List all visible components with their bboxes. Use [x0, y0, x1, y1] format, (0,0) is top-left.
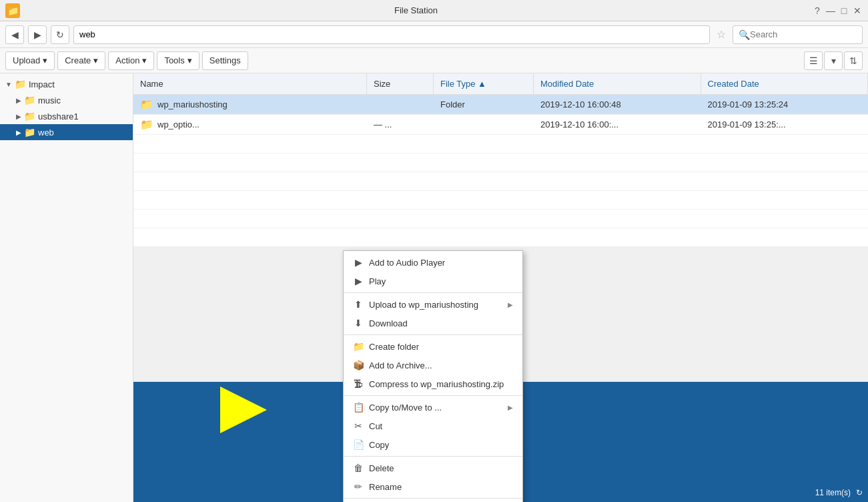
refresh-icon[interactable]: ↻ [856, 488, 863, 497]
sidebar-item-music[interactable]: ▶ 📁 music [0, 92, 133, 108]
table-row[interactable]: 📁 wp_mariushosting Folder 2019-12-10 16:… [133, 95, 868, 115]
tools-button[interactable]: Tools ▾ [157, 51, 199, 70]
ctx-rename[interactable]: ✏ Rename [344, 477, 522, 496]
audio-icon: ▶ [353, 257, 364, 268]
refresh-button[interactable]: ↻ [51, 25, 69, 44]
window-title: File Station [20, 5, 812, 15]
action-button[interactable]: Action ▾ [108, 51, 154, 70]
ctx-copy-move[interactable]: 📋 Copy to/Move to ... ▶ [344, 398, 522, 417]
ctx-label: Add to Audio Player [369, 258, 445, 268]
compress-icon: 🗜 [353, 379, 364, 389]
arrow-icon: ▶ [16, 129, 21, 136]
column-modified[interactable]: Modified Date [534, 73, 701, 94]
ctx-label: Copy to/Move to ... [369, 403, 442, 413]
sort-button[interactable]: ⇅ [844, 51, 863, 70]
folder-icon: 📁 [24, 95, 35, 105]
sidebar-item-usbshare1[interactable]: ▶ 📁 usbshare1 [0, 108, 133, 124]
upload-button[interactable]: Upload ▾ [5, 51, 55, 70]
create-button[interactable]: Create ▾ [57, 51, 105, 70]
file-type [434, 121, 534, 128]
file-name: 📁 wp_mariushosting [133, 95, 367, 114]
ctx-create-folder[interactable]: 📁 Create folder [344, 337, 522, 356]
ctx-add-to-audio-player[interactable]: ▶ Add to Audio Player [344, 253, 522, 272]
item-count: 11 item(s) [815, 488, 851, 497]
file-name: 📁 wp_optio... [133, 115, 367, 134]
separator [344, 292, 522, 293]
dropdown-arrow: ▾ [142, 55, 147, 65]
file-header: Name Size File Type ▲ Modified Date Crea… [133, 73, 868, 95]
ctx-upload[interactable]: ⬆ Upload to wp_mariushosting ▶ [344, 295, 522, 314]
column-size[interactable]: Size [367, 73, 434, 94]
file-modified: 2019-12-10 16:00:... [534, 116, 701, 133]
ctx-label: Rename [369, 482, 402, 492]
search-box: 🔍 [733, 25, 863, 44]
arrow-icon: ▶ [16, 113, 21, 120]
address-bar[interactable] [73, 25, 710, 44]
table-row[interactable] [133, 154, 868, 172]
table-row[interactable] [133, 228, 868, 247]
folder-icon: 📁 [24, 127, 35, 138]
view-options-button[interactable]: ▾ [824, 51, 843, 70]
folder-icon: 📁 [140, 118, 153, 131]
help-button[interactable]: ? [812, 5, 823, 16]
folder-icon: 📁 [353, 341, 364, 352]
settings-button[interactable]: Settings [202, 51, 248, 70]
close-button[interactable]: ✕ [852, 5, 863, 16]
table-row[interactable] [133, 191, 868, 210]
bookmark-icon[interactable]: ☆ [717, 28, 726, 41]
submenu-arrow: ▶ [508, 404, 513, 411]
column-created[interactable]: Created Date [701, 73, 869, 94]
submenu-arrow: ▶ [508, 301, 513, 308]
column-type[interactable]: File Type ▲ [434, 73, 534, 94]
window-controls: ? — □ ✕ [812, 5, 863, 16]
column-name[interactable]: Name [133, 73, 367, 94]
table-row[interactable]: 📁 wp_optio... — ... 2019-12-10 16:00:...… [133, 115, 868, 135]
file-size: — ... [367, 116, 434, 133]
list-view-button[interactable]: ☰ [804, 51, 823, 70]
ctx-delete[interactable]: 🗑 Delete [344, 459, 522, 477]
dropdown-arrow: ▾ [187, 55, 192, 65]
separator [344, 395, 522, 396]
rename-icon: ✏ [353, 481, 364, 492]
file-modified: 2019-12-10 16:00:48 [534, 96, 701, 113]
dropdown-arrow: ▾ [93, 55, 98, 65]
table-row[interactable] [133, 135, 868, 154]
titlebar: 📁 File Station ? — □ ✕ [0, 0, 868, 21]
table-row[interactable] [133, 172, 868, 191]
minimize-button[interactable]: — [825, 5, 836, 16]
file-name [133, 216, 367, 222]
upload-label: Upload [13, 55, 40, 65]
app-logo: 📁 [5, 3, 20, 18]
ctx-label: Cut [369, 421, 382, 431]
ctx-copy[interactable]: 📄 Copy [344, 435, 522, 454]
dropdown-arrow: ▾ [43, 55, 47, 65]
ctx-compress[interactable]: 🗜 Compress to wp_mariushosting.zip [344, 374, 522, 393]
forward-button[interactable]: ▶ [28, 25, 47, 44]
ctx-play[interactable]: ▶ Play [344, 272, 522, 290]
table-row[interactable] [133, 210, 868, 228]
file-name [133, 141, 367, 148]
ctx-download[interactable]: ⬇ Download [344, 314, 522, 332]
file-name [133, 197, 367, 204]
sidebar: ▼ 📁 Impact ▶ 📁 music ▶ 📁 usbshare1 ▶ 📁 w… [0, 73, 133, 502]
search-input[interactable] [750, 29, 850, 39]
ctx-label: Compress to wp_mariushosting.zip [369, 379, 504, 389]
sidebar-item-web[interactable]: ▶ 📁 web [0, 124, 133, 140]
tools-label: Tools [164, 55, 184, 65]
settings-label: Settings [209, 55, 241, 65]
back-button[interactable]: ◀ [5, 25, 24, 44]
ctx-add-to-archive[interactable]: 📦 Add to Archive... [344, 356, 522, 374]
create-label: Create [65, 55, 91, 65]
file-name [133, 234, 367, 241]
ctx-label: Download [369, 318, 408, 328]
sidebar-item-label: web [38, 128, 54, 138]
ctx-cut[interactable]: ✂ Cut [344, 417, 522, 435]
maximize-button[interactable]: □ [839, 5, 849, 16]
toolbar: Upload ▾ Create ▾ Action ▾ Tools ▾ Setti… [0, 48, 868, 73]
delete-icon: 🗑 [353, 463, 364, 473]
sidebar-item-impact[interactable]: ▼ 📁 Impact [0, 76, 133, 92]
upload-icon: ⬆ [353, 299, 364, 310]
navbar: ◀ ▶ ↻ ☆ 🔍 [0, 21, 868, 48]
file-name [133, 178, 367, 185]
action-label: Action [115, 55, 139, 65]
